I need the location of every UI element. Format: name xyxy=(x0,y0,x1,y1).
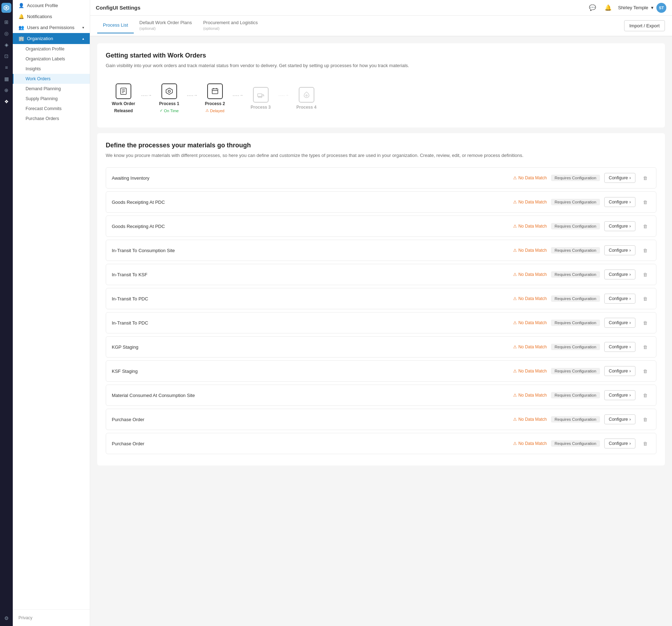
sidebar-item-account-profile[interactable]: 👤 Account Profile xyxy=(13,0,90,11)
delete-button[interactable]: 🗑 xyxy=(640,317,650,328)
sidebar-sub-item-forecast-commits[interactable]: Forecast Commits xyxy=(13,104,90,114)
no-data-label: No Data Match xyxy=(518,175,547,180)
configure-button[interactable]: Configure › xyxy=(604,342,635,352)
configure-button[interactable]: Configure › xyxy=(604,318,635,328)
process-list: Awaiting Inventory ⚠ No Data Match Requi… xyxy=(106,167,656,457)
delete-button[interactable]: 🗑 xyxy=(640,366,650,376)
warning-triangle-icon: ⚠ xyxy=(513,441,517,446)
sidebar-item-notifications[interactable]: 🔔 Notifications xyxy=(13,11,90,22)
configure-button[interactable]: Configure › xyxy=(604,270,635,279)
table-row: In-Transit To PDC ⚠ No Data Match Requir… xyxy=(106,288,656,309)
warning-triangle-icon: ⚠ xyxy=(513,344,517,349)
work-order-sublabel: Released xyxy=(114,108,133,113)
sidebar-sub-item-org-profile[interactable]: Organization Profile xyxy=(13,44,90,54)
delete-button[interactable]: 🗑 xyxy=(640,293,650,304)
nav-icon-map[interactable]: ⊡ xyxy=(1,51,11,61)
warning-triangle-icon: ⚠ xyxy=(513,272,517,277)
arrow-2: - - - - → xyxy=(187,93,197,104)
chevron-right-icon: › xyxy=(629,175,631,180)
process-1-label: Process 1 xyxy=(159,101,180,106)
configure-button[interactable]: Configure › xyxy=(604,197,635,207)
no-data-match-badge: ⚠ No Data Match xyxy=(513,441,547,446)
delete-button[interactable]: 🗑 xyxy=(640,173,650,183)
requires-config-badge: Requires Configuration xyxy=(551,392,600,398)
nav-icon-home[interactable]: ⊞ xyxy=(1,17,11,27)
nav-icon-diamond[interactable]: ◈ xyxy=(1,40,11,50)
sidebar-item-users-permissions[interactable]: 👥 Users and Permissions ▾ xyxy=(13,22,90,33)
table-row: In-Transit To PDC ⚠ No Data Match Requir… xyxy=(106,312,656,333)
configure-button[interactable]: Configure › xyxy=(604,390,635,400)
configure-button[interactable]: Configure › xyxy=(604,366,635,376)
process-name: Purchase Order xyxy=(112,417,509,422)
user-menu[interactable]: Shirley Temple ▾ ST xyxy=(618,3,666,13)
requires-config-badge: Requires Configuration xyxy=(551,175,600,181)
configure-button[interactable]: Configure › xyxy=(604,439,635,448)
table-row: KGP Staging ⚠ No Data Match Requires Con… xyxy=(106,336,656,358)
chat-icon[interactable]: 💬 xyxy=(587,2,598,13)
getting-started-description: Gain visibility into your work orders an… xyxy=(106,62,656,69)
tab-default-work-order[interactable]: Default Work Order Plans (optional) xyxy=(134,16,198,36)
warning-triangle-icon: ⚠ xyxy=(513,369,517,374)
bell-icon[interactable]: 🔔 xyxy=(602,2,614,13)
no-data-label: No Data Match xyxy=(518,369,547,374)
delete-button[interactable]: 🗑 xyxy=(640,390,650,401)
process-2-icon xyxy=(207,83,223,99)
no-data-match-badge: ⚠ No Data Match xyxy=(513,200,547,205)
sidebar-footer: Privacy xyxy=(13,609,90,626)
delete-button[interactable]: 🗑 xyxy=(640,269,650,280)
import-export-button[interactable]: Import / Export xyxy=(624,20,665,31)
configure-label: Configure xyxy=(609,224,628,229)
delete-button[interactable]: 🗑 xyxy=(640,197,650,207)
delete-button[interactable]: 🗑 xyxy=(640,414,650,425)
configure-button[interactable]: Configure › xyxy=(604,173,635,183)
nav-icon-bar[interactable]: ▦ xyxy=(1,74,11,84)
nav-icon-settings[interactable]: ⚙ xyxy=(1,613,11,623)
nav-icon-tag[interactable]: ⊕ xyxy=(1,85,11,95)
privacy-label[interactable]: Privacy xyxy=(18,615,32,620)
sidebar-sub-item-supply-planning[interactable]: Supply Planning xyxy=(13,94,90,104)
tab-optional-label: (optional) xyxy=(139,26,192,31)
requires-config-badge: Requires Configuration xyxy=(551,440,600,447)
org-labels-label: Organization Labels xyxy=(26,56,65,61)
arrow-4: - - - - → xyxy=(279,93,289,104)
configure-label: Configure xyxy=(609,393,628,398)
table-row: Purchase Order ⚠ No Data Match Requires … xyxy=(106,433,656,454)
account-profile-icon: 👤 xyxy=(18,3,24,8)
no-data-label: No Data Match xyxy=(518,441,547,446)
chevron-right-icon: › xyxy=(629,441,631,446)
process-name: In-Transit To PDC xyxy=(112,296,509,301)
no-data-match-badge: ⚠ No Data Match xyxy=(513,296,547,301)
tab-process-list[interactable]: Process List xyxy=(97,18,134,33)
getting-started-title: Getting started with Work Orders xyxy=(106,52,656,59)
sidebar-item-organization[interactable]: 🏢 Organization ▴ xyxy=(13,33,90,44)
process-4-label: Process 4 xyxy=(296,105,316,110)
configure-button[interactable]: Configure › xyxy=(604,245,635,255)
work-order-label: Work Order xyxy=(112,101,135,106)
process-name: Awaiting Inventory xyxy=(112,175,509,181)
configure-button[interactable]: Configure › xyxy=(604,221,635,231)
notifications-icon: 🔔 xyxy=(18,14,24,19)
delete-button[interactable]: 🗑 xyxy=(640,245,650,256)
chevron-right-icon: › xyxy=(629,248,631,253)
nav-icon-puzzle[interactable]: ❖ xyxy=(1,97,11,107)
tab-procurement-logistics[interactable]: Procurement and Logistics (optional) xyxy=(198,16,264,36)
no-data-label: No Data Match xyxy=(518,320,547,325)
sidebar-sub-item-org-labels[interactable]: Organization Labels xyxy=(13,54,90,64)
icon-navigation-bar: ⊞ ◎ ◈ ⊡ ≡ ▦ ⊕ ❖ ⚙ xyxy=(0,0,13,626)
forecast-commits-label: Forecast Commits xyxy=(26,106,61,111)
requires-config-badge: Requires Configuration xyxy=(551,320,600,326)
delete-button[interactable]: 🗑 xyxy=(640,221,650,232)
configure-button[interactable]: Configure › xyxy=(604,294,635,304)
sidebar-sub-item-demand-planning[interactable]: Demand Planning xyxy=(13,84,90,94)
sidebar-sub-item-insights[interactable]: Insights xyxy=(13,64,90,74)
main-wrapper: ConfigUI Settings 💬 🔔 Shirley Temple ▾ S… xyxy=(90,0,672,626)
nav-icon-globe[interactable]: ◎ xyxy=(1,28,11,38)
delete-button[interactable]: 🗑 xyxy=(640,342,650,352)
delete-button[interactable]: 🗑 xyxy=(640,438,650,449)
sidebar-sub-item-work-orders[interactable]: Work Orders xyxy=(13,74,90,84)
nav-icon-chart[interactable]: ≡ xyxy=(1,62,11,72)
configure-label: Configure xyxy=(609,320,628,325)
sidebar-sub-item-purchase-orders[interactable]: Purchase Orders xyxy=(13,114,90,124)
configure-button[interactable]: Configure › xyxy=(604,414,635,424)
svg-point-12 xyxy=(260,96,262,98)
